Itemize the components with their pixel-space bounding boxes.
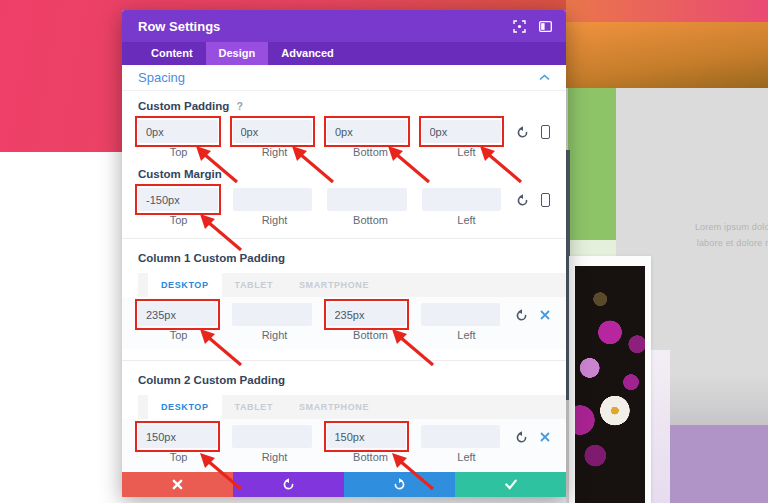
device-tab-desktop[interactable]: DESKTOP xyxy=(148,395,222,419)
tab-design[interactable]: Design xyxy=(206,42,269,65)
device-tab-tablet[interactable]: TABLET xyxy=(222,273,286,297)
undo-icon xyxy=(282,478,295,491)
divider xyxy=(122,238,566,239)
col2-padding-left-input[interactable] xyxy=(421,425,500,448)
group-label: Custom Padding? xyxy=(138,100,550,113)
check-icon xyxy=(505,479,517,490)
bg-green-accent xyxy=(568,88,616,240)
device-tab-bar: DESKTOP TABLET SMARTPHONE xyxy=(138,395,566,419)
field-label: Bottom xyxy=(330,146,411,159)
custom-padding-group: Custom Padding? Top Right Bottom Left xyxy=(122,100,566,159)
field-label: Right xyxy=(234,451,315,464)
column2-padding-group: Column 2 Custom Padding DESKTOP TABLET S… xyxy=(122,374,566,471)
field-label: Right xyxy=(234,214,315,227)
padding-top-input[interactable] xyxy=(138,120,218,143)
redo-button[interactable] xyxy=(344,472,455,497)
cancel-button[interactable] xyxy=(122,472,233,497)
bg-paragraph: Lorem ipsum dolor sit labore et dolore m… xyxy=(655,219,768,251)
field-label: Left xyxy=(426,329,507,342)
bg-lavender-block xyxy=(670,425,768,503)
col2-padding-right-input[interactable] xyxy=(232,425,311,448)
close-icon[interactable] xyxy=(540,432,550,442)
device-tab-smartphone[interactable]: SMARTPHONE xyxy=(286,395,382,419)
bg-grey-shade xyxy=(655,375,768,425)
field-label: Top xyxy=(138,329,219,342)
col2-padding-top-input[interactable] xyxy=(138,425,217,448)
bg-paragraph-line: Lorem ipsum dolor sit xyxy=(655,219,768,235)
field-label: Left xyxy=(426,146,507,159)
modal-tab-bar: Content Design Advanced xyxy=(122,42,566,65)
reset-icon[interactable] xyxy=(516,193,529,206)
modal-footer xyxy=(122,472,566,497)
bg-orange-band xyxy=(566,22,768,88)
margin-bottom-input[interactable] xyxy=(327,188,407,211)
custom-margin-group: Custom Margin Top Right Bottom Left xyxy=(122,168,566,227)
device-tab-bar: DESKTOP TABLET SMARTPHONE xyxy=(138,273,566,297)
field-label: Top xyxy=(138,146,219,159)
device-tab-smartphone[interactable]: SMARTPHONE xyxy=(286,273,382,297)
column1-padding-group: Column 1 Custom Padding DESKTOP TABLET S… xyxy=(122,252,566,349)
reset-icon[interactable] xyxy=(515,430,528,443)
group-label: Custom Margin xyxy=(138,168,550,181)
margin-left-input[interactable] xyxy=(422,188,502,211)
tab-content[interactable]: Content xyxy=(138,42,206,65)
reset-icon[interactable] xyxy=(515,308,528,321)
x-icon xyxy=(172,479,183,490)
field-label: Right xyxy=(234,329,315,342)
field-label: Bottom xyxy=(330,214,411,227)
screenshot-stage: Lorem ipsum dolor sit labore et dolore m… xyxy=(0,0,768,503)
reset-icon[interactable] xyxy=(516,125,529,138)
col2-padding-bottom-input[interactable] xyxy=(327,425,406,448)
col1-padding-right-input[interactable] xyxy=(232,303,311,326)
expand-icon[interactable] xyxy=(513,20,526,33)
field-label: Bottom xyxy=(330,329,411,342)
col1-padding-top-input[interactable] xyxy=(138,303,217,326)
section-title: Spacing xyxy=(138,70,539,85)
flower-photo xyxy=(575,266,645,503)
chevron-up-icon xyxy=(539,74,550,81)
col1-padding-left-input[interactable] xyxy=(421,303,500,326)
col1-padding-bottom-input[interactable] xyxy=(327,303,406,326)
device-tab-tablet[interactable]: TABLET xyxy=(222,395,286,419)
redo-icon xyxy=(393,478,406,491)
help-icon[interactable]: ? xyxy=(236,100,242,112)
field-label: Left xyxy=(426,451,507,464)
dock-icon[interactable] xyxy=(539,21,552,32)
bg-lavender-strip xyxy=(650,350,670,503)
margin-top-input[interactable] xyxy=(138,188,218,211)
phone-icon[interactable] xyxy=(541,125,550,139)
spacing-section-toggle[interactable]: Spacing xyxy=(122,65,566,91)
field-label: Right xyxy=(234,146,315,159)
divider xyxy=(122,360,566,361)
padding-left-input[interactable] xyxy=(422,120,502,143)
save-button[interactable] xyxy=(455,472,566,497)
undo-button[interactable] xyxy=(233,472,344,497)
bg-paragraph-line: labore et dolore mag xyxy=(655,235,768,251)
row-settings-modal: Row Settings Content Design xyxy=(122,10,566,497)
field-label: Top xyxy=(138,451,219,464)
group-label: Column 2 Custom Padding xyxy=(138,374,550,387)
field-label: Bottom xyxy=(330,451,411,464)
close-icon[interactable] xyxy=(540,310,550,320)
margin-right-input[interactable] xyxy=(233,188,313,211)
tab-advanced[interactable]: Advanced xyxy=(268,42,347,65)
bg-top-gradient-strip xyxy=(566,0,768,22)
padding-right-input[interactable] xyxy=(233,120,313,143)
modal-title: Row Settings xyxy=(138,19,513,34)
modal-header: Row Settings xyxy=(122,10,566,42)
field-label: Top xyxy=(138,214,219,227)
field-label: Left xyxy=(426,214,507,227)
padding-bottom-input[interactable] xyxy=(327,120,407,143)
group-label: Column 1 Custom Padding xyxy=(138,252,550,265)
phone-icon[interactable] xyxy=(541,193,550,207)
device-tab-desktop[interactable]: DESKTOP xyxy=(148,273,222,297)
